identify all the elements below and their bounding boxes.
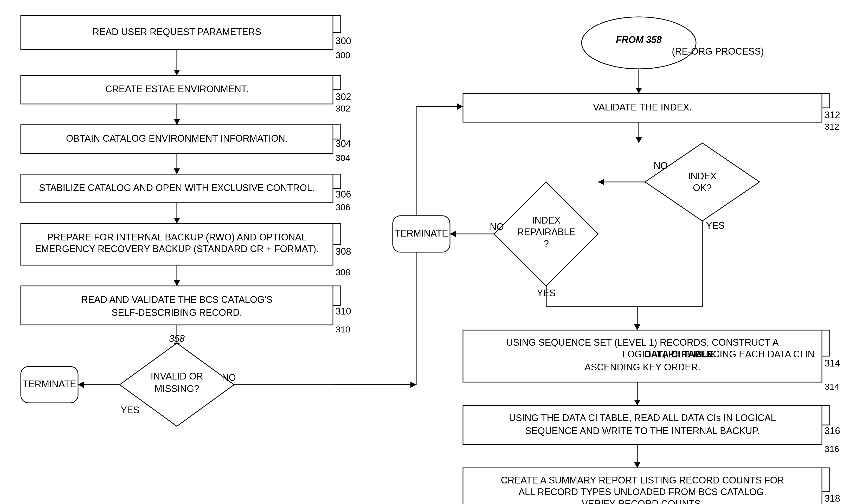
box-data-ci-label1: USING THE DATA CI TABLE, READ ALL DATA C… bbox=[509, 413, 776, 423]
svg-marker-25 bbox=[598, 179, 604, 185]
svg-marker-13 bbox=[78, 382, 84, 388]
step-312-b: 312 bbox=[825, 110, 840, 120]
diamond-repairable-label1: INDEX bbox=[532, 215, 561, 226]
box-seq-label1: USING SEQUENCE SET (LEVEL 1) RECORDS, CO… bbox=[506, 337, 779, 348]
svg-marker-21 bbox=[457, 104, 463, 110]
step-306: 306 bbox=[336, 202, 350, 212]
box-summary-label3: VERIFY RECORD COUNTS. bbox=[582, 498, 703, 504]
box-summary-label2: ALL RECORD TYPES UNLOADED FROM BCS CATAL… bbox=[519, 487, 767, 497]
diamond-invalid-label2: MISSING? bbox=[155, 383, 199, 394]
re-org-label: (RE-ORG PROCESS) bbox=[672, 46, 764, 57]
box-prepare-label2: EMERGENCY RECOVERY BACKUP (STANDARD CR +… bbox=[35, 244, 319, 254]
box-validate-label: VALIDATE THE INDEX. bbox=[593, 102, 692, 112]
svg-marker-33 bbox=[634, 324, 640, 330]
step-306-b: 306 bbox=[336, 189, 351, 200]
box-read-validate bbox=[21, 286, 333, 325]
box-seq-label3: ASCENDING KEY ORDER. bbox=[584, 362, 700, 373]
step-302: 302 bbox=[336, 104, 350, 113]
svg-marker-17 bbox=[636, 88, 642, 94]
step-318-b: 318 bbox=[825, 493, 840, 504]
step-308: 308 bbox=[336, 267, 350, 277]
svg-marker-23 bbox=[636, 137, 642, 143]
step-316-b: 316 bbox=[825, 426, 840, 436]
from-358-label: FROM 358 bbox=[616, 34, 662, 45]
box-data-ci-label2: SEQUENCE AND WRITE TO THE INTERNAL BACKU… bbox=[525, 426, 760, 436]
terminate-left-label: TERMINATE bbox=[23, 379, 76, 389]
diamond-index-ok-label2: OK? bbox=[693, 182, 712, 193]
box-create-estae-label: CREATE ESTAE ENVIRONMENT. bbox=[105, 84, 249, 94]
diamond-index-ok bbox=[645, 143, 759, 221]
yes-label-diamond: YES bbox=[121, 405, 139, 415]
step-314-b: 314 bbox=[825, 358, 840, 368]
box-read-validate-label1: READ AND VALIDATE THE BCS CATALOG'S bbox=[81, 294, 273, 305]
diamond-invalid-label1: INVALID OR bbox=[151, 371, 203, 382]
step-302-b: 302 bbox=[336, 91, 351, 102]
step-310: 310 bbox=[336, 324, 350, 334]
step-310-b: 310 bbox=[336, 306, 351, 317]
terminate-right-label: TERMINATE bbox=[394, 228, 448, 239]
no-index-ok: NO bbox=[654, 160, 668, 171]
step-308-b: 308 bbox=[336, 246, 351, 257]
no-label-diamond: NO bbox=[222, 372, 236, 383]
step-304-b: 304 bbox=[336, 138, 351, 149]
svg-marker-5 bbox=[174, 168, 180, 174]
box-data-ci bbox=[463, 406, 822, 445]
box-obtain-label: OBTAIN CATALOG ENVIRONMENT INFORMATION. bbox=[66, 133, 288, 144]
box-read-label: READ USER REQUEST PARAMETERS bbox=[93, 26, 261, 37]
diamond-repairable-label2: REPAIRABLE bbox=[517, 227, 575, 237]
diamond-358-label: 358 bbox=[169, 333, 185, 344]
svg-marker-1 bbox=[174, 70, 180, 75]
diamond-index-ok-label1: INDEX bbox=[688, 171, 717, 181]
svg-marker-37 bbox=[634, 462, 640, 468]
step-304: 304 bbox=[336, 153, 350, 163]
step-300-b: 300 bbox=[336, 36, 351, 46]
svg-marker-9 bbox=[174, 280, 180, 286]
no-repairable: NO bbox=[490, 221, 504, 232]
svg-marker-35 bbox=[634, 400, 640, 406]
box-prepare-label1: PREPARE FOR INTERNAL BACKUP (RWO) AND OP… bbox=[47, 232, 307, 242]
step-312: 312 bbox=[825, 122, 839, 131]
step-314: 314 bbox=[825, 382, 839, 392]
svg-marker-7 bbox=[174, 218, 180, 223]
svg-marker-3 bbox=[174, 119, 180, 125]
box-stabilize-label: STABILIZE CATALOG AND OPEN WITH EXCLUSIV… bbox=[39, 182, 315, 193]
svg-marker-28 bbox=[450, 231, 456, 237]
yes-index-ok: YES bbox=[706, 220, 725, 231]
flowchart-diagram: READ USER REQUEST PARAMETERS 300 CREATE … bbox=[0, 0, 843, 504]
box-seq-label2c: , REFERENCING EACH DATA CI IN bbox=[663, 349, 815, 359]
step-300: 300 bbox=[336, 50, 350, 60]
diamond-repairable-label3: ? bbox=[544, 238, 549, 249]
step-316: 316 bbox=[825, 444, 839, 454]
box-summary-label1: CREATE A SUMMARY REPORT LISTING RECORD C… bbox=[501, 475, 784, 486]
box-read-validate-label2: SELF-DESCRIBING RECORD. bbox=[111, 307, 242, 318]
